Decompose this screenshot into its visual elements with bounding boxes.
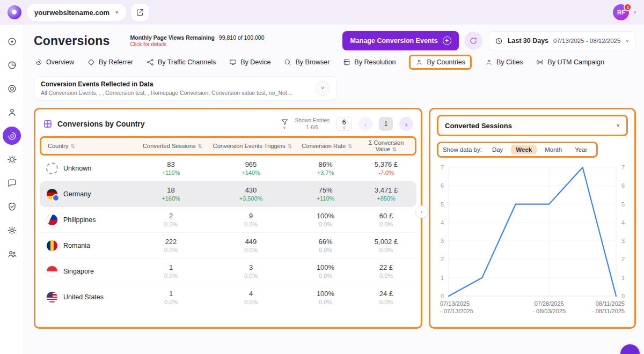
chevron-down-icon: ∨ <box>342 127 345 130</box>
sidebar-item-audience[interactable] <box>3 103 21 121</box>
svg-text:0: 0 <box>441 293 444 299</box>
avatar[interactable]: RF 1 <box>613 4 629 20</box>
pagination-prev-button[interactable]: ‹ <box>358 117 372 131</box>
granularity-month[interactable]: Month <box>540 145 567 154</box>
column-conversion-rate[interactable]: Conversion Rate⇅ <box>297 143 357 149</box>
person-icon <box>7 107 17 117</box>
clock-icon <box>495 37 503 45</box>
country-cell: Philippines <box>40 214 135 226</box>
tab-overview[interactable]: Overview <box>35 56 74 69</box>
granularity-label: Show data by: <box>443 146 482 153</box>
filter-expand-button[interactable]: ∨ <box>315 81 330 96</box>
sidebar-item-feedback[interactable] <box>3 174 21 192</box>
granularity-day[interactable]: Day <box>487 145 508 154</box>
sidebar-item-account[interactable] <box>3 245 21 263</box>
date-range-label: Last 30 Days <box>508 37 548 45</box>
country-cell: Singapore <box>40 266 135 277</box>
granularity-week[interactable]: Week <box>511 145 537 154</box>
sidebar <box>0 25 24 354</box>
tab-by-browser[interactable]: By Browser <box>284 56 330 69</box>
metric-cell: 75%+110% <box>295 186 356 202</box>
country-name: Germany <box>63 190 91 198</box>
table-row[interactable]: Romania2220.0%4490.0%66%0.0%5,002 £0.0% <box>40 233 416 259</box>
sidebar-item-events[interactable] <box>3 150 21 168</box>
filter-title: Conversion Events Reflected in Data <box>41 80 293 88</box>
date-range-selector[interactable]: Last 30 Days 07/13/2025 - 08/12/2025 ∨ <box>488 31 636 50</box>
manage-conversion-events-button[interactable]: Manage Conversion Events + <box>342 31 458 50</box>
shown-entries: Shown Entries 1-6/6 <box>295 117 330 131</box>
table-row[interactable]: Unknown83+110%965+140%86%+3.7%5,376 £-7.… <box>40 156 416 181</box>
tab-by-device[interactable]: By Device <box>229 56 270 69</box>
panel-collapse-handle[interactable]: ‹ <box>415 205 428 218</box>
svg-text:7: 7 <box>441 164 444 171</box>
tab-by-countries[interactable]: By Countries <box>409 55 472 70</box>
sidebar-item-settings[interactable] <box>3 221 21 239</box>
column-country[interactable]: Country⇅ <box>41 143 137 149</box>
quota-details-link[interactable]: Click for details <box>130 41 265 47</box>
app-logo[interactable] <box>8 5 21 19</box>
quota-label: Monthly Page Views Remaining <box>130 34 215 41</box>
tab-by-utm-campaign[interactable]: By UTM Campaign <box>536 56 604 69</box>
tab-by-referrer[interactable]: By Referrer <box>87 56 133 69</box>
pie-icon <box>7 60 17 70</box>
people-icon <box>7 249 17 259</box>
tab-by-resolution[interactable]: By Resolution <box>343 56 396 69</box>
referrer-icon <box>87 58 95 66</box>
column-converted-sessions[interactable]: Converted Sessions⇅ <box>137 143 208 149</box>
granularity-year[interactable]: Year <box>570 145 592 154</box>
table-header: Country⇅ Converted Sessions⇅ Conversion … <box>40 136 416 156</box>
metric-cell: 2220.0% <box>135 238 207 253</box>
table-row[interactable]: Singapore10.0%30.0%100%0.0%22 £0.0% <box>40 259 416 284</box>
page-title: Conversions <box>34 34 110 48</box>
sidebar-item-privacy[interactable] <box>3 197 21 216</box>
metric-cell: 24 £0.0% <box>356 290 416 305</box>
plus-icon: + <box>443 36 451 45</box>
svg-text:2: 2 <box>621 256 625 262</box>
svg-text:5: 5 <box>621 201 625 208</box>
sort-icon: ⇅ <box>71 143 75 149</box>
filter-button[interactable]: ∨ <box>281 118 289 130</box>
sidebar-item-conversions[interactable] <box>3 127 21 145</box>
chevron-down-icon[interactable]: ∨ <box>633 10 636 14</box>
country-name: Philippines <box>63 216 96 224</box>
table-row[interactable]: United States10.0%40.0%100%0.0%24 £0.0% <box>40 284 416 310</box>
gear-icon <box>7 225 17 235</box>
svg-text:4: 4 <box>441 219 444 226</box>
metric-selector[interactable]: Converted Sessions ∨ <box>437 115 628 136</box>
svg-text:1: 1 <box>441 275 444 281</box>
column-conversion-events-triggers[interactable]: Conversion Events Triggers⇅ <box>208 143 297 149</box>
dashboard-icon <box>7 36 17 47</box>
metric-cell: 100%0.0% <box>295 263 356 279</box>
tab-by-traffic-channels[interactable]: By Traffic Channels <box>147 56 216 69</box>
metric-cell: 60 £0.0% <box>356 212 416 227</box>
metric-cell: 430+3,500% <box>207 186 295 202</box>
metric-cell: 30.0% <box>207 263 295 279</box>
granularity-switcher: Show data by: Day Week Month Year <box>437 142 598 158</box>
sidebar-item-behavior[interactable] <box>3 79 21 98</box>
pagination-next-button[interactable]: › <box>399 117 413 131</box>
metric-cell: 20.0% <box>135 212 207 227</box>
metric-selector-value: Converted Sessions <box>445 122 512 130</box>
svg-text:4: 4 <box>621 219 625 226</box>
svg-text:- 07/13/2025: - 07/13/2025 <box>440 308 473 314</box>
metric-cell: 4490.0% <box>207 238 295 253</box>
country-cell: Germany <box>40 188 135 200</box>
refresh-button[interactable] <box>464 32 482 50</box>
site-selector[interactable]: yourwebsitename.com ∨ <box>27 4 126 21</box>
column-conversion-value[interactable]: Σ Conversion Value⇅ <box>357 139 415 152</box>
chevron-down-icon: ∨ <box>321 86 325 90</box>
metric-cell: 18+160% <box>135 186 207 202</box>
flag-unknown-icon <box>46 163 58 174</box>
sidebar-item-overview[interactable] <box>3 32 21 50</box>
flag-singapore-icon <box>46 266 58 277</box>
sidebar-item-visitors[interactable] <box>3 56 21 74</box>
tab-by-cities[interactable]: By Cities <box>485 56 523 69</box>
table-row[interactable]: Philippines20.0%90.0%100%0.0%60 £0.0% <box>40 207 416 233</box>
cities-icon <box>485 58 493 66</box>
open-website-button[interactable] <box>131 4 149 21</box>
svg-text:2: 2 <box>441 256 444 262</box>
page-size-selector[interactable]: 6 ∨ <box>336 117 352 131</box>
device-icon <box>229 58 237 66</box>
table-row[interactable]: Germany18+160%430+3,500%75%+110%3,471 £+… <box>40 181 416 207</box>
conversion-events-filter[interactable]: Conversion Events Reflected in Data All … <box>34 76 337 100</box>
